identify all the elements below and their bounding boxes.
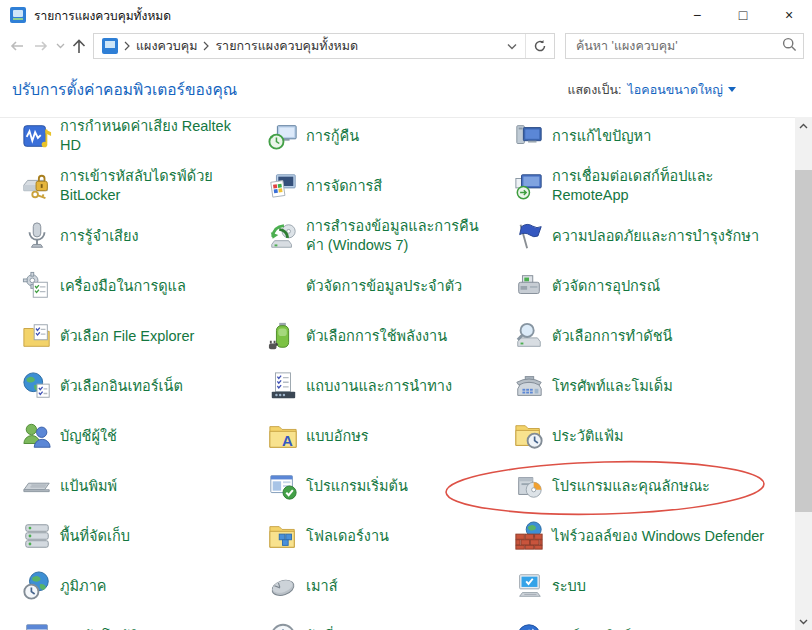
control-panel-item[interactable]: โฟลเดอร์งาน (260, 507, 506, 553)
control-panel-item[interactable]: แป้นพิมพ์ (14, 457, 260, 503)
item-label: การสำรองข้อมูลและการคืนค่า (Windows 7) (306, 217, 492, 255)
control-panel-item[interactable]: แถบงานและการนำทาง (260, 357, 506, 403)
control-panel-item[interactable]: ศูนย์การซิงค์ (506, 607, 792, 630)
control-panel-item[interactable]: ตัวจัดการข้อมูลประจำตัว (260, 257, 506, 303)
scrollbar-thumb[interactable] (795, 170, 812, 512)
address-dropdown-chevron-icon[interactable] (499, 34, 525, 58)
control-panel-item[interactable]: การรู้จำเสียง (14, 207, 260, 253)
control-panel-item[interactable]: ตัวเลือกการทำดัชนี (506, 307, 792, 353)
control-panel-item[interactable]: การกู้คืน (260, 117, 506, 153)
control-panel-item[interactable]: ระบบ (506, 557, 792, 603)
control-panel-item[interactable]: การสำรองข้อมูลและการคืนค่า (Windows 7) (260, 207, 506, 253)
minimize-button[interactable]: − (674, 0, 720, 30)
breadcrumb-chevron-icon (201, 41, 211, 51)
control-panel-item[interactable]: โทรศัพท์และโมเด็ม (506, 357, 792, 403)
control-panel-item[interactable]: โปรแกรมและคุณลักษณะ (506, 457, 792, 503)
control-panel-item[interactable]: เมาส์ (260, 557, 506, 603)
item-label: ตัวจัดการอุปกรณ์ (552, 277, 766, 296)
control-panel-item[interactable]: การเข้ารหัสลับไดรฟ์ด้วย BitLocker (14, 157, 260, 203)
security-maintenance-icon (514, 221, 544, 251)
item-label: บัญชีผู้ใช้ (60, 427, 246, 446)
recent-pages-chevron-icon[interactable] (56, 43, 65, 49)
keyboard-icon (22, 471, 52, 501)
close-button[interactable]: × (766, 0, 812, 30)
windows-defender-firewall-icon (514, 521, 544, 551)
user-accounts-icon (22, 421, 52, 451)
control-panel-location-icon (102, 38, 118, 54)
scroll-up-icon[interactable] (795, 117, 812, 134)
item-label: ตัวเลือกการใช้พลังงาน (306, 327, 492, 346)
search-input[interactable] (574, 38, 782, 54)
item-label: แป้นพิมพ์ (60, 477, 246, 496)
search-icon[interactable] (782, 37, 797, 56)
item-label: ตัวเลือกอินเทอร์เน็ต (60, 377, 246, 396)
control-panel-item[interactable]: การจัดการสี (260, 157, 506, 203)
control-panel-item[interactable]: ภูมิภาค (14, 557, 260, 603)
item-label: โปรแกรมและคุณลักษณะ (552, 477, 766, 496)
control-panel-item[interactable]: การกำหนดค่าเสียง Realtek HD (14, 117, 260, 153)
control-panel-item[interactable]: เครื่องมือในการดูแล (14, 257, 260, 303)
credential-manager-icon (268, 271, 298, 301)
control-panel-item[interactable]: ตัวจัดการอุปกรณ์ (506, 257, 792, 303)
item-label: แถบงานและการนำทาง (306, 377, 492, 396)
admin-tools-icon (22, 271, 52, 301)
speech-recognition-icon (22, 221, 52, 251)
view-by-label: แสดงเป็น: (567, 80, 621, 100)
control-panel-item[interactable]: พื้นที่จัดเก็บ (14, 507, 260, 553)
refresh-icon[interactable] (525, 34, 554, 58)
internet-options-icon (22, 371, 52, 401)
control-panel-item[interactable]: บัญชีผู้ใช้ (14, 407, 260, 453)
vertical-scrollbar[interactable] (795, 117, 812, 630)
control-panel-item[interactable]: Aแบบอักษร (260, 407, 506, 453)
control-panel-item[interactable]: การเชื่อมต่อเดสก์ท็อปและ RemoteApp (506, 157, 792, 203)
control-panel-item[interactable]: วันที่และเวลา (260, 607, 506, 630)
item-label: พื้นที่จัดเก็บ (60, 527, 246, 546)
forward-arrow-icon[interactable] (32, 38, 50, 54)
control-panel-item[interactable]: เล่นอัตโนมัติ (14, 607, 260, 630)
item-label: ความปลอดภัยและการบำรุงรักษา (552, 227, 766, 246)
recovery-icon (268, 121, 298, 151)
back-arrow-icon[interactable] (8, 38, 26, 54)
item-label: ตัวเลือกการทำดัชนี (552, 327, 766, 346)
item-label: การเข้ารหัสลับไดรฟ์ด้วย BitLocker (60, 167, 246, 205)
item-label: ระบบ (552, 577, 766, 596)
svg-text:A: A (282, 432, 293, 449)
item-label: ไฟร์วอลล์ของ Windows Defender (552, 527, 766, 546)
mouse-icon (268, 571, 298, 601)
item-label: การจัดการสี (306, 177, 492, 196)
breadcrumb-all-items[interactable]: รายการแผงควบคุมทั้งหมด (211, 36, 362, 56)
work-folders-icon (268, 521, 298, 551)
control-panel-item[interactable]: ประวัติแฟ้ม (506, 407, 792, 453)
item-label: ตัวเลือก File Explorer (60, 327, 246, 346)
scroll-down-icon[interactable] (795, 613, 812, 630)
breadcrumb-control-panel[interactable]: แผงควบคุม (132, 36, 201, 56)
fonts-icon: A (268, 421, 298, 451)
navigation-toolbar: แผงควบคุม รายการแผงควบคุมทั้งหมด (0, 30, 812, 62)
control-panel-item[interactable]: ไฟร์วอลล์ของ Windows Defender (506, 507, 792, 553)
item-label: การเชื่อมต่อเดสก์ท็อปและ RemoteApp (552, 167, 766, 205)
page-header: ปรับการตั้งค่าคอมพิวเตอร์ของคุณ แสดงเป็น… (0, 62, 812, 117)
view-by-value[interactable]: ไอคอนขนาดใหญ่ (628, 80, 736, 100)
phone-modem-icon (514, 371, 544, 401)
maximize-button[interactable]: □ (720, 0, 766, 30)
indexing-options-icon (514, 321, 544, 351)
control-panel-item[interactable]: ความปลอดภัยและการบำรุงรักษา (506, 207, 792, 253)
item-label: โปรแกรมเริ่มต้น (306, 477, 492, 496)
programs-features-icon (514, 471, 544, 501)
realtek-audio-icon (22, 121, 52, 151)
region-icon (22, 571, 52, 601)
control-panel-item[interactable]: โปรแกรมเริ่มต้น (260, 457, 506, 503)
breadcrumb-chevron-icon (122, 41, 132, 51)
control-panel-item[interactable]: ตัวเลือก File Explorer (14, 307, 260, 353)
item-label: เมาส์ (306, 577, 492, 596)
items-grid: การกำหนดค่าเสียง Realtek HDการกู้คืนการแ… (14, 117, 792, 630)
control-panel-item[interactable]: ตัวเลือกอินเทอร์เน็ต (14, 357, 260, 403)
control-panel-item[interactable]: ตัวเลือกการใช้พลังงาน (260, 307, 506, 353)
item-label: ศูนย์การซิงค์ (552, 627, 766, 630)
up-arrow-icon[interactable] (71, 38, 87, 55)
address-bar[interactable]: แผงควบคุม รายการแผงควบคุมทั้งหมด (93, 33, 555, 59)
control-panel-app-icon (10, 7, 26, 23)
taskbar-navigation-icon (268, 371, 298, 401)
control-panel-item[interactable]: การแก้ไขปัญหา (506, 117, 792, 153)
search-box[interactable] (565, 33, 804, 59)
